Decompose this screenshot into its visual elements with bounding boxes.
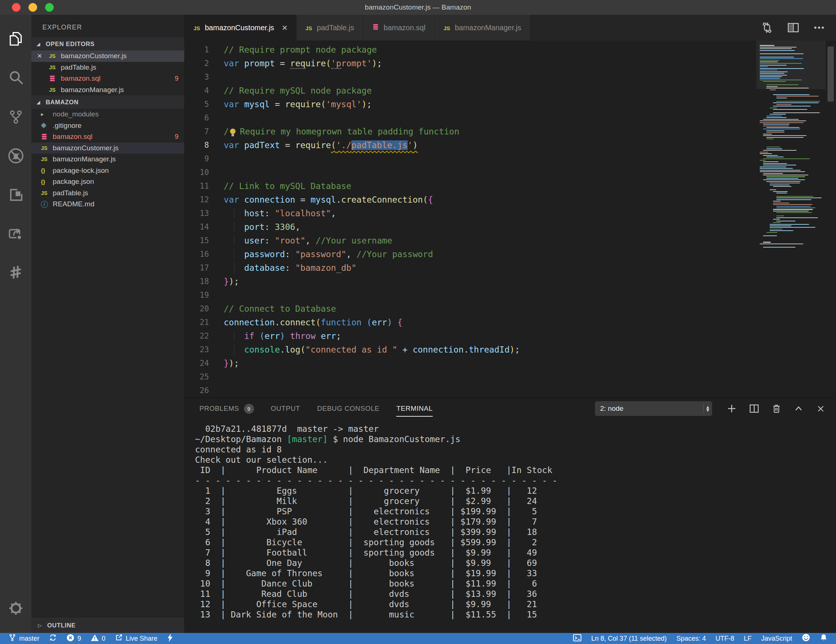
status-bolt[interactable]	[162, 633, 178, 644]
code-token: //Your username	[315, 236, 392, 245]
file-item[interactable]: JSpadTable.js	[31, 62, 184, 73]
minimap-line	[760, 168, 793, 169]
editor-tab-bar: JSbamazonCustomer.js×JSpadTable.jsbamazo…	[185, 15, 836, 41]
outline-section-header[interactable]: ▷ OUTLINE	[31, 617, 184, 633]
code-line: 4// Require mySQL node package	[185, 84, 756, 98]
terminal-text: [master]	[287, 434, 328, 444]
status-eol[interactable]: LF	[739, 633, 756, 644]
minimap-line	[760, 70, 777, 70]
activity-search-icon[interactable]	[0, 58, 31, 97]
code-editor[interactable]: 1// Require prompt node package2var prom…	[185, 41, 756, 398]
new-terminal-icon[interactable]	[726, 403, 738, 414]
code-token: // Require mySQL node package	[224, 86, 372, 95]
panel-tab-output[interactable]: OUTPUT	[271, 398, 300, 419]
status-sync[interactable]	[44, 633, 62, 644]
code-line: 3	[185, 70, 756, 84]
minimap-line	[763, 129, 800, 129]
close-tab-icon[interactable]: ×	[282, 24, 287, 31]
status-problems-warnings[interactable]: 0	[86, 633, 110, 644]
code-token: createConnection	[341, 195, 423, 204]
code-text	[209, 166, 224, 179]
status-feedback[interactable]	[797, 633, 815, 644]
minimap-line	[770, 227, 815, 228]
kill-terminal-icon[interactable]	[771, 403, 782, 414]
sync-changes-icon[interactable]	[760, 21, 774, 35]
terminal-selector-dropdown[interactable]: 2: node ▲▼	[595, 401, 712, 416]
activity-explorer-icon[interactable]	[0, 19, 31, 58]
tab-bamazon.sql[interactable]: bamazon.sql	[363, 15, 434, 41]
section-header-open-editors[interactable]: ◢OPEN EDITORS	[31, 37, 184, 51]
status-notifications[interactable]	[815, 633, 832, 644]
status-live-share[interactable]: Live Share	[110, 633, 162, 644]
file-item[interactable]: JSpadTable.js	[31, 187, 184, 199]
code-line: 13 host: "localhost",	[185, 207, 756, 220]
zoom-window-button[interactable]	[45, 3, 54, 12]
status-problems-errors[interactable]: 9	[62, 633, 86, 644]
line-number: 4	[185, 84, 209, 98]
status-language-mode[interactable]: JavaScript	[756, 633, 797, 644]
minimize-window-button[interactable]	[28, 3, 37, 12]
file-item[interactable]: ×JSbamazonCustomer.js	[31, 51, 184, 62]
file-item[interactable]: bamazon.sql9	[31, 73, 184, 84]
code-line: 22 if (err) throw err;	[185, 329, 756, 343]
close-editor-icon[interactable]: ×	[37, 52, 49, 60]
minimap[interactable]	[756, 41, 826, 398]
code-token: =	[270, 99, 285, 109]
terminal-selector-value: 2: node	[600, 404, 623, 412]
panel-tab-terminal[interactable]: TERMINAL	[396, 398, 433, 419]
activity-source-control-icon[interactable]	[0, 97, 31, 136]
code-token: :	[285, 249, 295, 259]
file-item[interactable]: {}package.json	[31, 176, 184, 187]
js-file-icon: JS	[41, 190, 53, 196]
status-cursor-position[interactable]: Ln 8, Col 37 (11 selected)	[586, 633, 672, 644]
activity-extensions-icon[interactable]	[0, 175, 31, 214]
minimap-line	[763, 165, 796, 165]
file-item[interactable]: JSbamazonManager.js	[31, 153, 184, 165]
status-terminal-indicator[interactable]	[568, 633, 586, 644]
tab-bamazonManager.js[interactable]: JSbamazonManager.js	[434, 15, 531, 41]
terminal-output[interactable]: 02b7a21..481877d master -> master~/Deskt…	[185, 419, 836, 633]
line-number: 18	[185, 275, 209, 289]
split-terminal-icon[interactable]	[748, 403, 760, 414]
more-actions-icon[interactable]	[812, 21, 826, 34]
status-indentation[interactable]: Spaces: 4	[672, 633, 711, 644]
activity-live-share-icon[interactable]	[0, 214, 31, 253]
terminal-text: $ node BamazonCustomer.js	[328, 434, 460, 444]
file-name: bamazonManager.js	[53, 155, 116, 163]
panel-tab-debug-console[interactable]: DEBUG CONSOLE	[317, 398, 379, 419]
minimap-line	[760, 152, 768, 153]
section-header-bamazon[interactable]: ◢BAMAZON	[31, 95, 184, 109]
file-item[interactable]: JSbamazonManager.js	[31, 84, 184, 96]
file-name: padTable.js	[61, 64, 96, 72]
panel-tab-problems[interactable]: PROBLEMS9	[199, 398, 254, 419]
file-item[interactable]: .gitignore	[31, 120, 184, 132]
file-item[interactable]: {}package-lock.json	[31, 165, 184, 176]
activity-settings-icon[interactable]	[0, 589, 31, 628]
file-item[interactable]: bamazon.sql9	[31, 131, 184, 143]
code-token: '	[408, 140, 413, 150]
minimap-line	[763, 161, 779, 162]
file-item[interactable]: JSbamazonCustomer.js	[31, 143, 184, 154]
minimap-line	[770, 114, 786, 114]
maximize-panel-icon[interactable]	[793, 403, 804, 414]
file-item[interactable]: ▸node_modules	[31, 109, 184, 120]
activity-slack-icon[interactable]: #	[0, 253, 31, 292]
code-line: 7/ Require my homegrown table padding fu…	[185, 125, 756, 139]
activity-debug-icon[interactable]	[0, 136, 31, 175]
close-panel-icon[interactable]	[815, 403, 826, 414]
code-token: connection	[244, 195, 295, 204]
line-number: 3	[185, 70, 209, 84]
status-git-branch[interactable]: master	[4, 633, 44, 644]
status-encoding[interactable]: UTF-8	[711, 633, 739, 644]
minimap-line	[766, 139, 774, 139]
minimap-line	[760, 122, 803, 123]
code-token: }	[224, 359, 229, 368]
file-item[interactable]: iREADME.md	[31, 199, 184, 210]
tab-bamazonCustomer.js[interactable]: JSbamazonCustomer.js×	[185, 15, 297, 41]
close-window-button[interactable]	[12, 3, 21, 12]
split-editor-icon[interactable]	[787, 21, 800, 34]
code-token: ;	[377, 59, 382, 68]
terminal-table-row: 1 | Eggs | grocery | $1.99 | 12	[195, 486, 836, 496]
tab-padTable.js[interactable]: JSpadTable.js	[297, 15, 363, 41]
scrollbar-thumb[interactable]	[828, 46, 834, 102]
